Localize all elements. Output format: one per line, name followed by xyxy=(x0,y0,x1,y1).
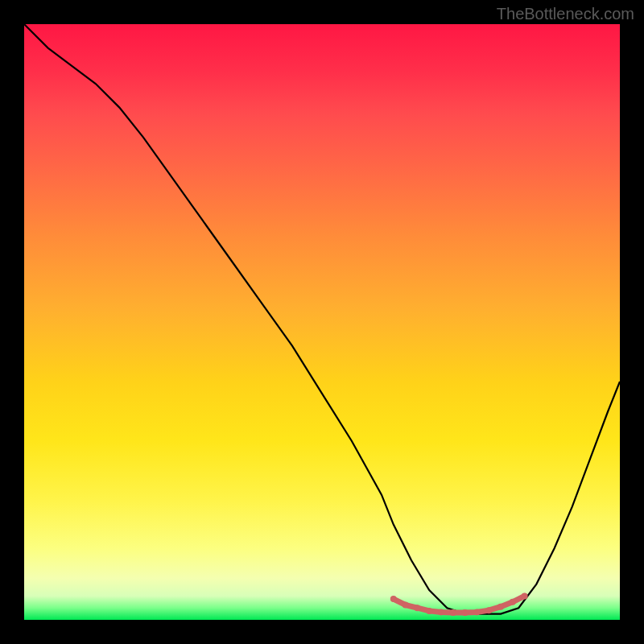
band-dot xyxy=(510,599,516,605)
band-dot xyxy=(522,592,528,599)
band-dot xyxy=(426,608,432,614)
band-dot xyxy=(390,596,397,602)
band-dot xyxy=(497,604,504,610)
plot-area xyxy=(24,24,620,620)
watermark-text: TheBottleneck.com xyxy=(497,5,634,23)
optimal-band-marker xyxy=(394,596,525,613)
band-dot xyxy=(485,607,492,613)
chart-svg xyxy=(24,24,620,620)
band-dot xyxy=(473,609,480,615)
band-dot xyxy=(462,609,469,616)
band-dot xyxy=(414,605,420,611)
bottleneck-curve xyxy=(24,24,620,614)
band-dot xyxy=(438,609,444,615)
band-dot xyxy=(450,609,456,616)
band-dot xyxy=(402,602,409,609)
